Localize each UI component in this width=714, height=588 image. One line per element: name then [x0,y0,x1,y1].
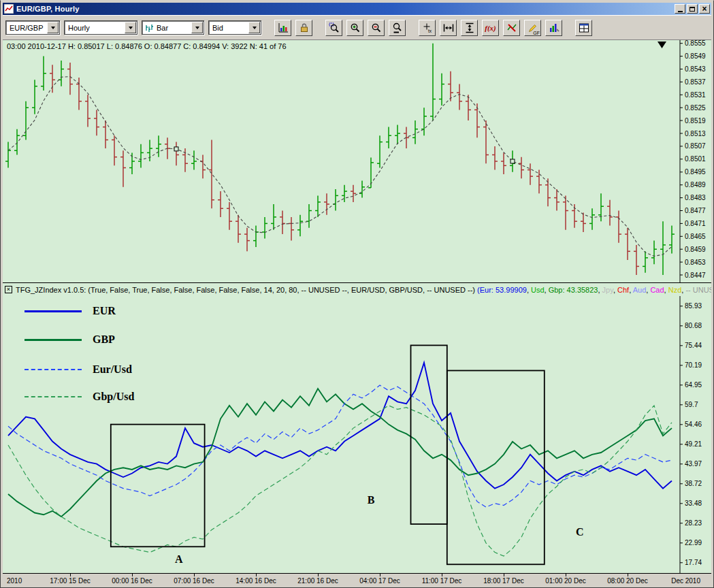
time-axis-label: 07:00 16 Dec [174,577,214,585]
indicator-header-segment: Gbp: 43.35823 [549,286,598,294]
svg-text:49.21: 49.21 [685,440,702,448]
zoom-in-button[interactable] [346,20,363,36]
price-type-value: Bid [209,24,248,32]
time-tick [442,574,442,576]
time-tick [318,574,319,576]
indicator-header-segment: TFG_JZIndex v1.0.5: (True, False, True, … [16,286,477,294]
indicator-collapse-checkbox[interactable]: × [5,286,12,293]
time-tick [380,574,380,576]
bar-chart-type-icon [145,23,153,32]
svg-text:0.8507: 0.8507 [685,142,706,150]
indicator-header-text: TFG_JZIndex v1.0.5: (True, False, True, … [16,286,711,294]
maximize-button[interactable] [687,4,698,14]
chart-type-select[interactable]: Bar [142,20,204,35]
time-axis: 2010 17:00 15 Dec00:00 16 Dec07:00 16 De… [3,573,711,586]
svg-text:75.44: 75.44 [685,342,702,349]
svg-text:70.19: 70.19 [685,361,702,369]
svg-text:0.8495: 0.8495 [685,168,706,176]
remove-study-icon [506,22,517,33]
svg-text:38.72: 38.72 [685,480,702,487]
svg-text:0.8531: 0.8531 [685,91,706,99]
price-chart-canvas[interactable]: 0.85550.85490.85430.85370.85310.85250.85… [3,40,711,282]
indicator-header-segment: Jpy [602,286,613,294]
remove-study-button[interactable] [503,20,520,36]
tile-windows-button[interactable] [575,20,592,36]
time-tick [256,574,257,576]
minimize-button[interactable] [675,4,685,14]
svg-text:33.48: 33.48 [685,500,702,507]
price-chart-pane[interactable]: 0.85550.85490.85430.85370.85310.85250.85… [3,40,711,283]
titlebar: EUR/GBP, Hourly × [3,3,711,15]
time-axis-label: 21:00 16 Dec [297,577,338,585]
indicator-chart-canvas[interactable]: 85.9380.6875.4470.1964.9559.754.4649.214… [3,296,711,573]
window-title: EUR/GBP, Hourly [16,5,675,13]
close-icon: × [702,5,707,12]
crosshair-icon: tx [422,22,433,33]
zoom-reset-icon [392,22,403,33]
edit-study-button[interactable]: GF [524,20,541,36]
app-icon [4,4,14,14]
svg-text:85.93: 85.93 [685,302,702,310]
svg-text:0.8489: 0.8489 [685,181,706,189]
symbol-dropdown-arrow-icon[interactable] [47,22,59,33]
vertical-scale-button[interactable] [461,20,478,36]
period-select[interactable]: Hourly [64,20,137,35]
time-tick [70,574,71,576]
period-dropdown-arrow-icon[interactable] [125,22,136,33]
indicator-header-segment: Usd [531,286,545,294]
symbol-select[interactable]: EUR/GBP [5,20,60,35]
time-tick [132,574,133,576]
horizontal-arrows-icon [443,22,454,33]
svg-text:0.8549: 0.8549 [685,52,706,60]
svg-text:0.8459: 0.8459 [685,246,706,253]
symbol-value: EUR/GBP [6,24,47,32]
crosshair-button[interactable]: tx [419,20,436,36]
time-tick [628,574,628,576]
svg-text:0.8525: 0.8525 [685,104,706,112]
app-window: EUR/GBP, Hourly × EUR/GBP Hourly Bar Bid [0,0,714,588]
zoom-reset-button[interactable] [389,20,406,36]
function-button[interactable]: f(x) [482,20,499,36]
svg-text:22.99: 22.99 [685,539,702,546]
indicator-pane[interactable]: 85.9380.6875.4470.1964.9559.754.4649.214… [3,296,711,573]
time-axis-label: 14:00 16 Dec [236,577,276,585]
svg-text:B: B [368,494,375,506]
time-tick [194,574,195,576]
chart-bars-icon [278,22,289,33]
svg-text:0.8537: 0.8537 [685,78,706,86]
chart-type-dropdown-arrow-icon[interactable] [191,22,203,33]
price-type-select[interactable]: Bid [208,20,261,35]
svg-text:0.8501: 0.8501 [685,155,706,163]
close-button[interactable]: × [699,4,710,14]
lock-scales-button[interactable] [295,20,312,36]
svg-text:0.8555: 0.8555 [685,40,706,47]
chart-properties-icon [549,22,559,33]
svg-text:0.8471: 0.8471 [685,220,706,227]
time-axis-end-label: Dec 2010 [671,577,700,585]
svg-text:0.8513: 0.8513 [685,130,706,137]
maximize-icon [689,7,695,12]
time-axis-label: 18:00 17 Dec [483,577,524,585]
zoom-in-icon [350,22,361,33]
time-tick [504,574,504,576]
svg-text:0.8447: 0.8447 [685,272,706,279]
indicator-header-segment: Nzd [668,286,682,294]
indicator-header: × TFG_JZIndex v1.0.5: (True, False, True… [3,283,711,296]
svg-text:0.8483: 0.8483 [685,194,706,201]
svg-text:0.8465: 0.8465 [685,233,706,240]
toolbar: EUR/GBP Hourly Bar Bid [3,15,711,40]
chart-properties-button[interactable] [545,20,562,36]
minimize-icon [678,11,683,12]
svg-text:17.74: 17.74 [685,559,702,566]
chart-style-button[interactable] [274,20,291,36]
zoom-box-button[interactable] [325,20,342,36]
svg-text:tx: tx [428,28,432,33]
time-tick [566,574,566,576]
horizontal-scale-button[interactable] [440,20,457,36]
zoom-out-button[interactable] [368,20,385,36]
fx-icon: f(x) [485,24,496,32]
indicator-header-segment: Aud [633,286,647,294]
price-type-dropdown-arrow-icon[interactable] [248,22,260,33]
indicator-header-segment: Chf [617,286,629,294]
indicator-header-segment: Cad [650,286,664,294]
